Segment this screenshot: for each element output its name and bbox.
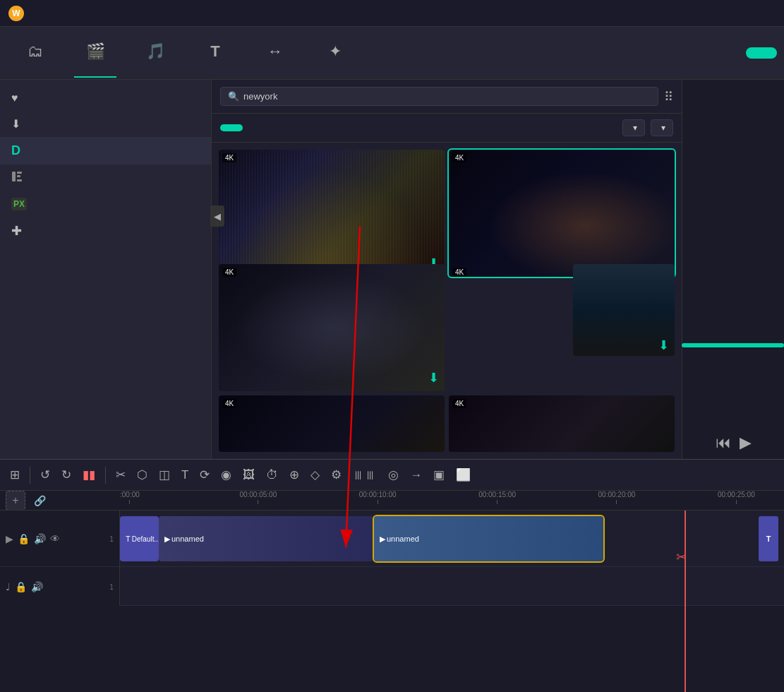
media-item-1[interactable]: 4K ⬇: [219, 150, 445, 277]
scissors-marker: ✂: [676, 549, 687, 565]
svg-rect-0: [12, 172, 16, 181]
audio-volume-icon[interactable]: 🔊: [31, 581, 43, 592]
color2-button[interactable]: ▣: [430, 465, 447, 485]
collapse-sidebar-button[interactable]: ◀: [210, 205, 224, 227]
mask-button[interactable]: ◇: [308, 465, 322, 485]
play-track-icon[interactable]: ▶: [6, 533, 13, 544]
color-wheel-button[interactable]: ◉: [218, 465, 234, 485]
nav-transitions[interactable]: ↔: [247, 28, 303, 78]
filter-selects: ▾ ▾: [622, 119, 673, 136]
media-item-2[interactable]: 4K: [449, 150, 675, 277]
redo-button[interactable]: ↻: [59, 465, 74, 485]
separator-2: [105, 467, 106, 484]
chevron-down-icon: ▾: [661, 123, 665, 133]
nav-media[interactable]: 🗂: [7, 28, 64, 78]
download-icon[interactable]: ⬇: [428, 370, 439, 386]
quality-badge: 4K: [222, 399, 236, 408]
delete-button[interactable]: ▮▮: [80, 465, 98, 485]
audio-track-controls: ♩ 🔒 🔊 1: [0, 567, 120, 606]
ruler-mark-10: 00:00:10:00: [359, 491, 397, 504]
search-icon: 🔍: [228, 91, 239, 102]
quality-badge: 4K: [222, 153, 236, 162]
photo-button[interactable]: 🖼: [240, 465, 258, 485]
ruler-mark-20: 00:00:20:00: [598, 491, 636, 504]
resolution-dropdown[interactable]: ▾: [651, 119, 673, 136]
timeline-toolbar: ⊞ ↺ ↻ ▮▮ ✂ ⬡ ◫ T ⟳ ◉ 🖼 ⏱ ⊕ ◇ ⚙ ⫼⫼ ◎ → ▣ …: [0, 460, 784, 491]
orientation-dropdown[interactable]: ▾: [622, 119, 645, 136]
sidebar-item-favorites[interactable]: ♥: [0, 85, 211, 111]
media-item-3[interactable]: 4K ⬇: [219, 264, 445, 391]
sidebar-item-downloads[interactable]: ⬇: [0, 111, 211, 137]
snap-button[interactable]: ⊕: [287, 465, 302, 485]
title-icon: T: [126, 535, 131, 543]
preview-controls: ⏮ ▶: [716, 434, 752, 452]
layout-button[interactable]: ⊞: [7, 465, 23, 485]
audio-icon: 🎵: [146, 42, 165, 61]
eye-track-icon[interactable]: 👁: [50, 533, 60, 544]
separator-1: [30, 467, 30, 484]
stock-media-icon: 🎬: [86, 42, 105, 61]
lock-audio-icon[interactable]: 🔒: [15, 581, 27, 592]
timeline-area: ⊞ ↺ ↻ ▮▮ ✂ ⬡ ◫ T ⟳ ◉ 🖼 ⏱ ⊕ ◇ ⚙ ⫼⫼ ◎ → ▣ …: [0, 459, 784, 692]
ruler-mark-25: 00:00:25:00: [718, 491, 755, 504]
media-search-toolbar: 🔍 ⠿: [212, 80, 682, 114]
sidebar: ♥ ⬇ D PX: [0, 80, 212, 459]
grid-view-icon[interactable]: ⠿: [664, 89, 673, 105]
nav-titles[interactable]: T: [187, 28, 243, 78]
media-item-4b[interactable]: ⬇: [573, 264, 675, 356]
media-item-5[interactable]: 4K: [219, 395, 445, 452]
audio-track-icon[interactable]: 🔊: [34, 533, 46, 544]
nav-audio[interactable]: 🎵: [127, 28, 183, 78]
video-track-row: ▶ 🔒 🔊 👁 1 T Default... ▶ unnamed: [0, 511, 784, 567]
effects-icon: ✦: [329, 42, 342, 61]
clip-video2[interactable]: ▶ unnamed: [374, 516, 603, 561]
render-button[interactable]: ⬜: [453, 465, 474, 485]
text-button[interactable]: T: [179, 465, 191, 485]
speed-button[interactable]: →: [407, 465, 425, 485]
search-input[interactable]: [243, 91, 651, 102]
sidebar-item-giphy[interactable]: [0, 165, 211, 191]
trim-button[interactable]: ◫: [156, 465, 173, 485]
video-icon: ▶: [164, 535, 170, 544]
clip-text-end[interactable]: T: [759, 516, 778, 561]
lock-track-icon[interactable]: 🔒: [18, 533, 30, 544]
nav-stock-media[interactable]: 🎬: [67, 28, 123, 78]
clip-text-start[interactable]: T Default...: [120, 516, 159, 561]
media-item-6[interactable]: 4K: [449, 395, 675, 452]
preview-progress-bar: [682, 343, 784, 347]
undo-button[interactable]: ↺: [37, 465, 53, 485]
stabilize-button[interactable]: ◎: [385, 465, 402, 485]
clip-video1[interactable]: ▶ unnamed: [159, 516, 374, 561]
media-grid: 4K ⬇ 4K 4K ⬇ 4K ⬇ 4K: [212, 143, 682, 459]
play-button[interactable]: ▶: [740, 434, 752, 452]
sidebar-item-pexels[interactable]: D: [0, 137, 211, 165]
media-row-4: 4K ⬇: [449, 264, 675, 391]
timeline-ruler: + 🔗 :00:00 00:00:05:00 00:00:10:00 00:00…: [0, 491, 784, 511]
download-icon: ⬇: [11, 117, 20, 131]
cut-button[interactable]: ✂: [113, 465, 128, 485]
crop-button[interactable]: ⬡: [134, 465, 150, 485]
adjust-button[interactable]: ⚙: [328, 465, 344, 485]
video-track-controls: ▶ 🔒 🔊 👁 1: [0, 511, 120, 566]
timer-button[interactable]: ⏱: [263, 465, 281, 485]
nav-effects[interactable]: ✦: [307, 28, 363, 78]
step-back-button[interactable]: ⏮: [716, 434, 731, 452]
loop-button[interactable]: ⟳: [197, 465, 212, 485]
clip-title-label: Default...: [132, 535, 159, 543]
music-track-icon[interactable]: ♩: [6, 581, 11, 592]
sidebar-item-unsplash[interactable]: ✚: [0, 217, 211, 245]
photos-filter-button[interactable]: [250, 124, 272, 131]
playhead[interactable]: [685, 511, 686, 692]
export-button[interactable]: [746, 47, 777, 59]
sidebar-item-pixabay[interactable]: PX: [0, 191, 211, 217]
videos-filter-button[interactable]: [220, 124, 243, 131]
media-item-4a[interactable]: 4K: [449, 264, 570, 391]
timeline-tracks: ▶ 🔒 🔊 👁 1 T Default... ▶ unnamed: [0, 511, 784, 692]
titles-icon: T: [210, 42, 219, 61]
audio-wave-button[interactable]: ⫼⫼: [350, 465, 380, 485]
download-icon[interactable]: ⬇: [658, 338, 669, 353]
add-track-button[interactable]: +: [6, 491, 25, 511]
link-button[interactable]: 🔗: [31, 492, 48, 509]
ruler-mark-5: 00:00:05:00: [239, 491, 277, 504]
ruler-mark-0: :00:00: [120, 491, 140, 504]
